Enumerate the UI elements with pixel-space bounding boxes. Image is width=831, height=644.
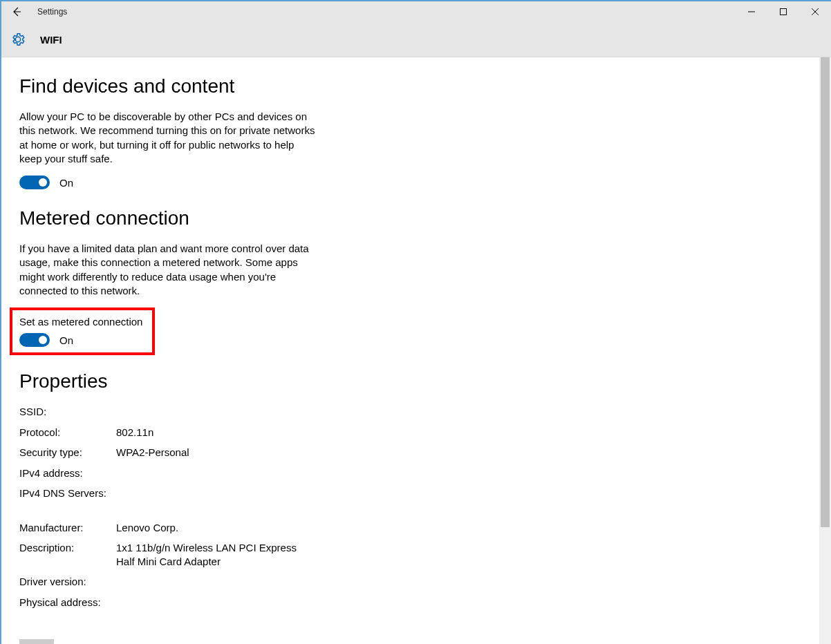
property-row: Physical address:: [19, 596, 434, 609]
property-key: IPv4 address:: [19, 466, 116, 480]
metered-toggle-label: On: [59, 334, 73, 346]
property-key: Manufacturer:: [19, 521, 116, 535]
find-devices-toggle[interactable]: [19, 176, 50, 189]
properties-table: SSID: Protocol: 802.11n Security type: W…: [19, 405, 434, 609]
window-title: Settings: [37, 7, 67, 17]
property-key: Protocol:: [19, 426, 116, 439]
property-value: WPA2-Personal: [116, 446, 189, 460]
property-value: Lenovo Corp.: [116, 521, 178, 535]
page-header: WIFI: [1, 22, 831, 57]
metered-toggle[interactable]: [19, 333, 50, 347]
property-row: Security type: WPA2-Personal: [19, 446, 434, 460]
property-key: Driver version:: [19, 575, 116, 589]
find-devices-heading: Find devices and content: [19, 75, 434, 97]
property-row: IPv4 DNS Servers:: [19, 486, 434, 500]
settings-icon[interactable]: [10, 31, 26, 48]
back-button[interactable]: [10, 5, 24, 19]
property-value: 802.11n: [116, 426, 153, 439]
property-row: Manufacturer: Lenovo Corp.: [19, 521, 434, 535]
minimize-button[interactable]: [736, 1, 767, 22]
property-key: Description:: [19, 541, 116, 568]
arrow-left-icon: [11, 6, 22, 17]
find-devices-toggle-row: On: [19, 176, 434, 189]
property-row: SSID:: [19, 405, 434, 419]
scrollbar-thumb[interactable]: [821, 57, 830, 527]
metered-description: If you have a limited data plan and want…: [19, 242, 317, 298]
property-key: SSID:: [19, 405, 116, 419]
property-key: Security type:: [19, 446, 116, 460]
metered-sub-label: Set as metered connection: [19, 316, 145, 328]
property-row: Driver version:: [19, 575, 434, 589]
titlebar: Settings: [1, 1, 831, 22]
gear-icon: [10, 32, 26, 47]
property-row: IPv4 address:: [19, 466, 434, 480]
metered-toggle-row: On: [19, 333, 145, 347]
content: Find devices and content Allow your PC t…: [1, 57, 452, 629]
property-key: IPv4 DNS Servers:: [19, 486, 116, 500]
maximize-button[interactable]: [767, 1, 799, 22]
metered-heading: Metered connection: [19, 207, 434, 229]
svg-rect-1: [781, 9, 787, 15]
page-title: WIFI: [40, 34, 62, 46]
find-devices-toggle-label: On: [59, 177, 73, 189]
property-value: 1x1 11b/g/n Wireless LAN PCI Express Hal…: [116, 541, 317, 568]
minimize-icon: [748, 8, 755, 15]
close-button[interactable]: [799, 1, 831, 22]
content-scroll-area: Find devices and content Allow your PC t…: [1, 57, 831, 644]
close-icon: [812, 8, 819, 15]
property-key: Physical address:: [19, 596, 116, 609]
metered-highlight-box: Set as metered connection On: [10, 307, 155, 355]
property-row: Protocol: 802.11n: [19, 426, 434, 439]
property-row: Description: 1x1 11b/g/n Wireless LAN PC…: [19, 541, 434, 568]
find-devices-description: Allow your PC to be discoverable by othe…: [19, 110, 317, 166]
scrollbar[interactable]: [819, 57, 831, 644]
window-controls: [736, 1, 831, 22]
partial-button[interactable]: [19, 639, 54, 644]
maximize-icon: [780, 8, 787, 15]
properties-heading: Properties: [19, 370, 434, 392]
